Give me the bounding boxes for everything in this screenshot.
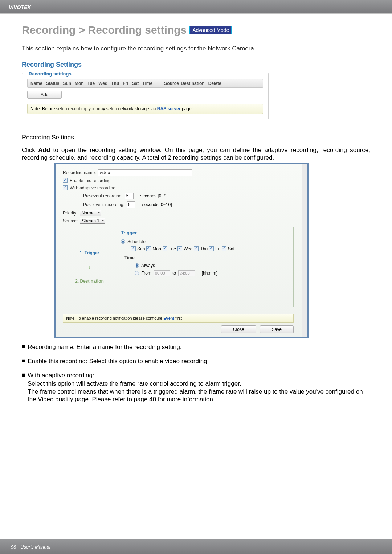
dialog-note: Note: To enable recording notification p… (63, 314, 294, 323)
from-time-input[interactable] (154, 270, 170, 276)
note-suffix: page (181, 106, 192, 111)
post-event-row: Post-event recording: seconds [0~10] (83, 201, 300, 208)
col-fri: Fri (123, 81, 128, 86)
bullet-list: ■ Recording name: Enter a name for the r… (22, 343, 370, 403)
save-button[interactable]: Save (260, 325, 294, 333)
mode-badge: Advanced Mode (189, 26, 232, 34)
schedule-label: Schedule (127, 239, 146, 244)
trigger-title: Trigger (121, 230, 288, 235)
event-link[interactable]: Event (163, 316, 174, 320)
para-text-2: to open the recording setting window. On… (22, 147, 370, 161)
bullet-item-3: ■ With adaptive recording: (22, 372, 370, 379)
recording-name-row: Recording name: (63, 169, 300, 176)
scrollbar[interactable] (302, 164, 307, 337)
day-wed-checkbox[interactable] (177, 246, 182, 251)
col-delete: Delete (208, 81, 221, 86)
trigger-box: 1. Trigger ↓ 2. Destination Trigger Sche… (63, 227, 294, 307)
col-sun: Sun (63, 81, 71, 86)
enable-recording-row: Enable this recording (63, 178, 300, 183)
always-row: Always (135, 263, 288, 268)
source-row: Source: Stream 1 (63, 218, 300, 224)
schedule-radio[interactable] (121, 239, 125, 244)
day-mon: Mon (152, 246, 161, 251)
hhmm-label: [hh:mm] (202, 271, 217, 276)
col-source: Source (164, 81, 177, 86)
intro-text: This section explains how to configure t… (22, 45, 370, 52)
page-title-row: Recording > Recording settings Advanced … (22, 24, 370, 36)
priority-row: Priority: Normal (63, 210, 300, 216)
page-footer: 98 - User's Manual (0, 539, 392, 554)
step-arrow-icon: ↓ (67, 264, 112, 270)
day-sun-checkbox[interactable] (131, 246, 136, 251)
priority-select[interactable]: Normal (80, 210, 101, 216)
source-label: Source: (63, 218, 78, 223)
from-radio[interactable] (135, 271, 139, 275)
note-prefix: Note: Before setup recording, you may se… (30, 106, 157, 111)
trigger-body: Trigger Schedule Sun Mon Tue Wed Thu Fri… (116, 227, 293, 307)
day-mon-checkbox[interactable] (146, 246, 151, 251)
main-paragraph: Click Add to open the recording setting … (22, 146, 370, 162)
bullet-1-text: Recording name: Enter a name for the rec… (28, 343, 370, 351)
para-add-bold: Add (38, 147, 50, 153)
post-event-input[interactable] (127, 201, 135, 208)
to-time-input[interactable] (178, 270, 195, 276)
step-trigger[interactable]: 1. Trigger (67, 250, 112, 255)
recording-settings-panel: Recording settings Name Status Sun Mon T… (22, 73, 269, 119)
source-value: Stream 1 (82, 218, 99, 223)
recording-table-header: Name Status Sun Mon Tue Wed Thu Fri Sat … (27, 79, 263, 88)
pre-event-label: Pre-event recording: (83, 193, 123, 198)
from-to-row: From to [hh:mm] (135, 270, 288, 276)
para-text-1: Click (22, 147, 38, 153)
bullet-item-1: ■ Recording name: Enter a name for the r… (22, 343, 370, 351)
recording-name-input[interactable] (98, 169, 192, 176)
col-time: Time (142, 81, 160, 86)
day-fri-checkbox[interactable] (209, 246, 214, 251)
adaptive-recording-row: With adaptive recording (63, 185, 300, 190)
day-wed: Wed (184, 246, 192, 251)
bullet-icon: ■ (22, 343, 25, 351)
page-header: VIVOTEK (0, 0, 392, 14)
bullet-2-text: Enable this recording: Select this optio… (28, 357, 370, 365)
enable-recording-label: Enable this recording (70, 178, 111, 183)
always-radio[interactable] (135, 263, 139, 268)
footer-text: 98 - User's Manual (11, 544, 50, 550)
panel-legend: Recording settings (27, 71, 73, 77)
trigger-nav: 1. Trigger ↓ 2. Destination (63, 227, 116, 307)
add-button[interactable]: Add (27, 91, 62, 99)
col-status: Status (46, 81, 60, 86)
brand-label: VIVOTEK (9, 4, 31, 10)
pre-event-input[interactable] (125, 193, 134, 199)
pre-event-suffix: seconds [0~9] (140, 193, 167, 198)
adaptive-recording-label: With adaptive recording (70, 185, 115, 190)
to-label: to (172, 271, 176, 276)
day-thu-checkbox[interactable] (194, 246, 199, 251)
source-select[interactable]: Stream 1 (80, 218, 105, 224)
col-name: Name (30, 81, 42, 86)
bullet-3-line2: The frame control means that when there … (28, 388, 370, 403)
recording-name-label: Recording name: (63, 170, 96, 175)
section-heading: Recording Settings (22, 61, 370, 69)
from-label: From (141, 271, 151, 276)
day-sat-checkbox[interactable] (222, 246, 226, 251)
step-destination[interactable]: 2. Destination (67, 279, 112, 284)
day-tue-checkbox[interactable] (163, 246, 167, 251)
col-destination: Destination (181, 81, 204, 86)
adaptive-recording-checkbox[interactable] (63, 185, 68, 190)
post-event-suffix: seconds [0~10] (142, 202, 172, 207)
close-button[interactable]: Close (221, 325, 256, 333)
day-thu: Thu (200, 246, 208, 251)
enable-recording-checkbox[interactable] (63, 178, 68, 183)
day-tue: Tue (169, 246, 176, 251)
bullet-icon: ■ (22, 357, 25, 365)
post-event-label: Post-event recording: (83, 202, 124, 207)
bullet-icon: ■ (22, 372, 25, 379)
nas-server-link[interactable]: NAS server (157, 106, 181, 111)
dlg-note-suffix: first (174, 316, 182, 320)
recording-dialog: Recording name: Enable this recording Wi… (54, 163, 309, 338)
day-sat: Sat (228, 246, 234, 251)
priority-value: Normal (82, 210, 96, 216)
time-label: Time (124, 255, 288, 260)
pre-event-row: Pre-event recording: seconds [0~9] (83, 193, 300, 199)
bullet-item-2: ■ Enable this recording: Select this opt… (22, 357, 370, 365)
day-fri: Fri (215, 246, 220, 251)
